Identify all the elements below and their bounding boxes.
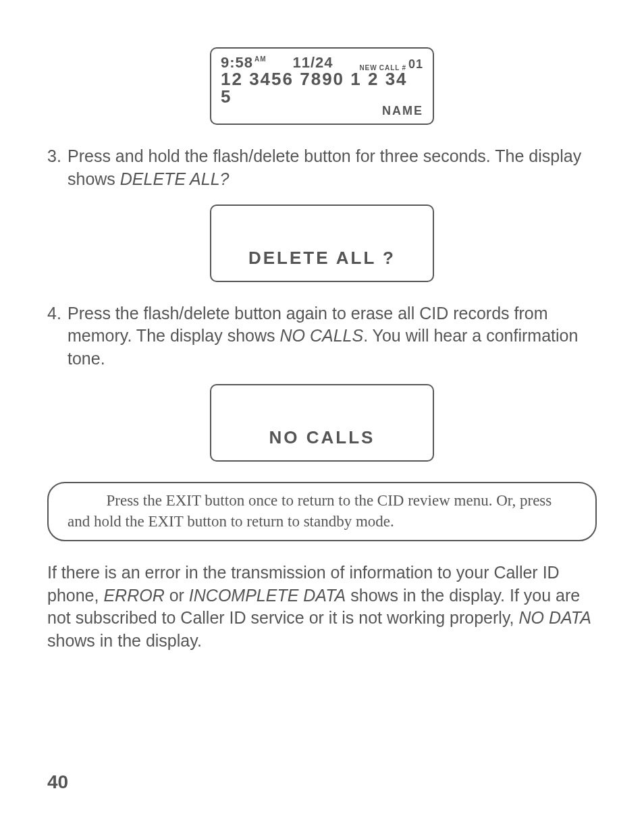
step-3-number: 3. (47, 145, 68, 191)
step-4: 4. Press the flash/delete button again t… (47, 302, 597, 371)
step-3-body: Press and hold the flash/delete button f… (68, 145, 597, 191)
lcd-no-calls-text: NO CALLS (269, 427, 375, 448)
lcd-screen-callerid: 9:58 AM 11/24 NEW CALL # 01 12 3456 7890… (210, 47, 434, 125)
step-4-text-b: NO CALLS (279, 326, 363, 345)
para-g: shows in the display. (47, 631, 202, 650)
para-d: INCOMPLETE DATA (189, 586, 346, 605)
lcd-phone-number: 12 3456 7890 1 2 34 5 (221, 70, 423, 105)
step-3: 3. Press and hold the flash/delete butto… (47, 145, 597, 191)
step-4-body: Press the flash/delete button again to e… (68, 302, 597, 371)
note-box: Press the EXIT button once to return to … (47, 482, 597, 541)
step-3-text-b: DELETE ALL? (120, 169, 230, 188)
lcd-caller-name: NAME (221, 104, 423, 118)
lcd-call-number: 01 (408, 57, 423, 72)
para-c: or (165, 586, 189, 605)
error-paragraph: If there is an error in the transmission… (47, 562, 597, 653)
para-b: ERROR (103, 586, 164, 605)
step-4-number: 4. (47, 302, 68, 371)
page-number: 40 (47, 771, 68, 793)
lcd-screen-delete-all: DELETE ALL ? (210, 204, 434, 282)
lcd-ampm: AM (254, 55, 267, 63)
note-text: Press the EXIT button once to return to … (68, 492, 552, 530)
para-f: NO DATA (518, 608, 591, 627)
lcd-delete-all-text: DELETE ALL ? (248, 248, 396, 269)
note-indent (68, 492, 107, 509)
lcd-screen-no-calls: NO CALLS (210, 384, 434, 462)
